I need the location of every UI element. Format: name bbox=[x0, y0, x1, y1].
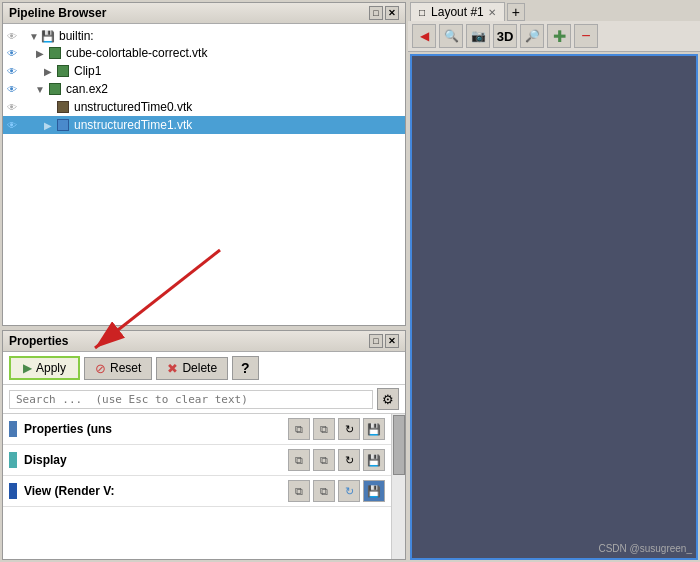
tree-item-can-ex2[interactable]: 👁 ▼ can.ex2 bbox=[3, 80, 405, 98]
reset-camera-icon: ◀ bbox=[420, 29, 429, 43]
save-btn-1[interactable]: 💾 bbox=[363, 418, 385, 440]
pipeline-browser-titlebar: Pipeline Browser □ ✕ bbox=[3, 3, 405, 24]
eye-icon-builtin[interactable]: 👁 bbox=[3, 31, 21, 42]
add-tab-icon: + bbox=[512, 4, 520, 20]
pipeline-browser-close-btn[interactable]: ✕ bbox=[385, 6, 399, 20]
expand-unstructured0[interactable]: ▶ bbox=[41, 102, 55, 113]
properties-title: Properties bbox=[9, 334, 68, 348]
toolbar-remove-btn[interactable]: − bbox=[574, 24, 598, 48]
expand-unstructured1[interactable]: ▶ bbox=[41, 120, 55, 131]
properties-toolbar: ▶ Apply ⊘ Reset ✖ Delete ? bbox=[3, 352, 405, 385]
layout-tab-close[interactable]: ✕ bbox=[488, 7, 496, 18]
toolbar-3d-btn[interactable]: 3D bbox=[493, 24, 517, 48]
expand-builtin[interactable]: ▼ bbox=[27, 31, 41, 42]
tree-label-cube-vtk: cube-colortable-correct.vtk bbox=[66, 46, 207, 60]
copy-btn-3a[interactable]: ⧉ bbox=[288, 480, 310, 502]
tree-label-unstructured1: unstructuredTime1.vtk bbox=[74, 118, 192, 132]
apply-button[interactable]: ▶ Apply bbox=[9, 356, 80, 380]
eye-icon-clip1[interactable]: 👁 bbox=[3, 66, 21, 77]
eye-icon-can-ex2[interactable]: 👁 bbox=[3, 84, 21, 95]
save-btn-3[interactable]: 💾 bbox=[363, 480, 385, 502]
apply-label: Apply bbox=[36, 361, 66, 375]
cube-icon-unstructured0 bbox=[55, 99, 71, 115]
eye-icon-unstructured0[interactable]: 👁 bbox=[3, 102, 21, 113]
props-row-label-properties: Properties (uns bbox=[24, 422, 285, 436]
search-bar: ⚙ bbox=[3, 385, 405, 414]
tree-item-unstructured0[interactable]: 👁 ▶ unstructuredTime0.vtk bbox=[3, 98, 405, 116]
tree-label-unstructured0: unstructuredTime0.vtk bbox=[74, 100, 192, 114]
layout-tab-icon: □ bbox=[419, 7, 425, 18]
copy-icon-1b: ⧉ bbox=[320, 423, 328, 436]
zoom2-icon: 🔎 bbox=[525, 29, 540, 43]
viewport bbox=[410, 54, 698, 560]
expand-clip1[interactable]: ▶ bbox=[41, 66, 55, 77]
tree-label-clip1: Clip1 bbox=[74, 64, 101, 78]
pipeline-browser-title: Pipeline Browser bbox=[9, 6, 106, 20]
eye-icon-cube-vtk[interactable]: 👁 bbox=[3, 48, 21, 59]
copy-btn-1a[interactable]: ⧉ bbox=[288, 418, 310, 440]
pipeline-browser-undock-btn[interactable]: □ bbox=[369, 6, 383, 20]
scrollbar-thumb[interactable] bbox=[393, 415, 405, 475]
tree-item-clip1[interactable]: 👁 ▶ Clip1 bbox=[3, 62, 405, 80]
tree-item-builtin[interactable]: 👁 ▼ 💾 builtin: bbox=[3, 28, 405, 44]
properties-titlebar: Properties □ ✕ bbox=[3, 331, 405, 352]
search-input[interactable] bbox=[9, 390, 373, 409]
layout-tab-label: Layout #1 bbox=[431, 5, 484, 19]
toolbar-screenshot-btn[interactable]: 📷 bbox=[466, 24, 490, 48]
toolbar-zoom2-btn[interactable]: 🔎 bbox=[520, 24, 544, 48]
props-row-label-view: View (Render V: bbox=[24, 484, 285, 498]
tree-item-unstructured1[interactable]: 👁 ▶ unstructuredTime1.vtk bbox=[3, 116, 405, 134]
remove-icon: − bbox=[581, 27, 590, 45]
reset-button[interactable]: ⊘ Reset bbox=[84, 357, 152, 380]
reset-label: Reset bbox=[110, 361, 141, 375]
refresh-btn-3[interactable]: ↻ bbox=[338, 480, 360, 502]
pipeline-browser: Pipeline Browser □ ✕ 👁 ▼ 💾 builtin: 👁 bbox=[2, 2, 406, 326]
color-bar-properties bbox=[9, 421, 17, 437]
tree-label-can-ex2: can.ex2 bbox=[66, 82, 108, 96]
delete-icon: ✖ bbox=[167, 361, 178, 376]
gear-button[interactable]: ⚙ bbox=[377, 388, 399, 410]
expand-can-ex2[interactable]: ▼ bbox=[33, 84, 47, 95]
toolbar-add-btn[interactable]: ✚ bbox=[547, 24, 571, 48]
pipeline-browser-controls: □ ✕ bbox=[369, 6, 399, 20]
scrollbar-track[interactable] bbox=[391, 414, 405, 559]
save-icon-1: 💾 bbox=[367, 423, 381, 436]
apply-icon: ▶ bbox=[23, 361, 32, 375]
delete-button[interactable]: ✖ Delete bbox=[156, 357, 228, 380]
help-button[interactable]: ? bbox=[232, 356, 259, 380]
refresh-icon-3: ↻ bbox=[345, 485, 354, 498]
layout-tab-1[interactable]: □ Layout #1 ✕ bbox=[410, 2, 505, 21]
add-tab-button[interactable]: + bbox=[507, 3, 525, 21]
eye-icon-unstructured1[interactable]: 👁 bbox=[3, 120, 21, 131]
properties-controls: □ ✕ bbox=[369, 334, 399, 348]
toolbar-zoom-btn[interactable]: 🔍 bbox=[439, 24, 463, 48]
cube-icon-can-ex2 bbox=[47, 81, 63, 97]
save-btn-2[interactable]: 💾 bbox=[363, 449, 385, 471]
pipeline-tree: 👁 ▼ 💾 builtin: 👁 ▶ cube-colortable-corre… bbox=[3, 24, 405, 325]
tree-item-cube-vtk[interactable]: 👁 ▶ cube-colortable-correct.vtk bbox=[3, 44, 405, 62]
color-bar-view bbox=[9, 483, 17, 499]
refresh-icon-2: ↻ bbox=[345, 454, 354, 467]
properties-close-btn[interactable]: ✕ bbox=[385, 334, 399, 348]
copy-btn-2b[interactable]: ⧉ bbox=[313, 449, 335, 471]
props-row-properties: Properties (uns ⧉ ⧉ ↻ 💾 bbox=[3, 414, 391, 445]
copy-icon-1a: ⧉ bbox=[295, 423, 303, 436]
toolbar-reset-camera-btn[interactable]: ◀ bbox=[412, 24, 436, 48]
copy-btn-1b[interactable]: ⧉ bbox=[313, 418, 335, 440]
screenshot-icon: 📷 bbox=[471, 29, 486, 43]
copy-btn-2a[interactable]: ⧉ bbox=[288, 449, 310, 471]
expand-cube-vtk[interactable]: ▶ bbox=[33, 48, 47, 59]
properties-undock-btn[interactable]: □ bbox=[369, 334, 383, 348]
refresh-btn-2[interactable]: ↻ bbox=[338, 449, 360, 471]
copy-icon-3b: ⧉ bbox=[320, 485, 328, 498]
cube-icon-vtk bbox=[47, 45, 63, 61]
layout-toolbar: ◀ 🔍 📷 3D 🔎 ✚ − bbox=[408, 21, 700, 52]
tree-label-builtin: builtin: bbox=[59, 29, 94, 43]
props-row-view: View (Render V: ⧉ ⧉ ↻ 💾 bbox=[3, 476, 391, 507]
reset-icon: ⊘ bbox=[95, 361, 106, 376]
copy-btn-3b[interactable]: ⧉ bbox=[313, 480, 335, 502]
refresh-icon-1: ↻ bbox=[345, 423, 354, 436]
refresh-btn-1[interactable]: ↻ bbox=[338, 418, 360, 440]
copy-icon-3a: ⧉ bbox=[295, 485, 303, 498]
add-icon: ✚ bbox=[553, 27, 566, 46]
